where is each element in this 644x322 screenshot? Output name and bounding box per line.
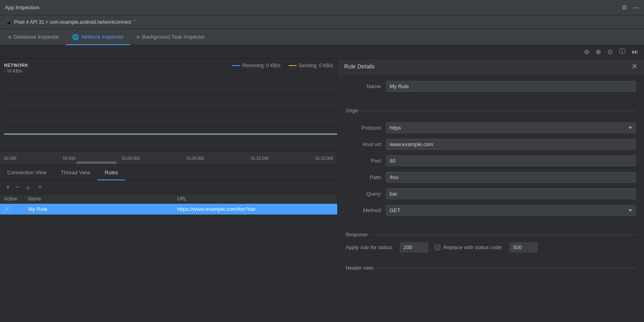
query-row: Query: (346, 188, 636, 199)
add-rule-button[interactable]: + (4, 183, 12, 192)
response-divider-line (372, 235, 636, 235)
background-icon: ≡ (136, 34, 140, 40)
tab-database[interactable]: ≡ Database Inspector (2, 29, 66, 45)
remove-rule-button[interactable]: − (13, 183, 21, 192)
host-url-row: Host url: (346, 139, 636, 150)
database-icon: ≡ (8, 34, 11, 40)
info-button[interactable]: ⓘ (617, 47, 627, 57)
network-subtitle: - 10 KB/s (4, 68, 337, 73)
port-input[interactable] (386, 155, 636, 166)
zoom-in-button[interactable]: ⊕ (594, 47, 603, 56)
rules-table: Active Name URL ✓ My Rule https://www.ex… (0, 194, 337, 322)
query-label: Query: (346, 191, 382, 197)
path-label: Path: (346, 174, 382, 180)
col-header-active: Active (4, 196, 28, 202)
tab-bar: ≡ Database Inspector 🌐 Network Inspector… (0, 29, 644, 45)
protocol-select[interactable]: https http (386, 122, 636, 133)
device-bar: 📱 Pixel 4 API 31 > com.example.android.n… (0, 15, 644, 29)
minimize-icon[interactable]: — (633, 4, 639, 11)
settings-icon[interactable]: ⚙ (621, 4, 627, 11)
apply-rule-label: Apply rule for status: (346, 244, 394, 250)
sub-tab-rules-label: Rules (105, 169, 118, 175)
tab-background-label: Background Task Inspector (142, 34, 205, 40)
sending-label: Sending: 0 KB/s (299, 63, 333, 68)
timeline-label-3: 01:05.000 (186, 156, 204, 161)
col-header-name: Name (28, 196, 177, 202)
origin-section: Protocol: https http Host url: Port: Pat… (338, 116, 644, 228)
rule-details-header: Rule Details ✕ (338, 59, 644, 74)
method-row: Method: GET POST PUT DELETE PATCH (346, 205, 636, 216)
tab-database-label: Database Inspector (14, 34, 59, 40)
header-rules-label: Header rules (346, 265, 374, 271)
origin-divider: Origin (338, 104, 644, 116)
replace-checkbox-container: Replace with status code: (435, 244, 503, 250)
name-input[interactable] (386, 81, 636, 92)
zoom-out-button[interactable]: ⊖ (582, 47, 591, 56)
rule-details-title: Rule Details (344, 63, 374, 70)
active-checkbox[interactable]: ✓ (4, 206, 10, 212)
method-select[interactable]: GET POST PUT DELETE PATCH (386, 205, 636, 216)
network-icon: 🌐 (72, 34, 79, 40)
name-row: Name: (346, 81, 636, 92)
row-active: ✓ (4, 206, 28, 212)
move-down-button[interactable]: ▼ (35, 183, 45, 192)
close-rule-details-button[interactable]: ✕ (632, 63, 638, 70)
toolbar: ⊖ ⊕ ⊙ ⓘ ⏭ (0, 45, 644, 59)
timeline-label-1: 55.000 (63, 156, 75, 161)
sub-tab-thread[interactable]: Thread View (54, 165, 97, 180)
sub-tab-bar: Connection View Thread View Rules (0, 165, 337, 180)
device-chevron[interactable]: ˅ (134, 19, 136, 25)
replace-status-input[interactable] (510, 242, 538, 252)
query-input[interactable] (386, 188, 636, 199)
timeline-label-5: 01:15.000 (315, 156, 333, 161)
path-input[interactable] (386, 172, 636, 183)
network-chart-svg (4, 73, 337, 138)
sub-tab-thread-label: Thread View (61, 169, 90, 175)
header-rules-divider: Header rules (338, 261, 644, 273)
move-up-button[interactable]: ▲ (23, 183, 33, 192)
tab-network-label: Network Inspector (81, 34, 124, 40)
row-url: https://www.example.com/foo?bar (177, 206, 333, 212)
rules-header: Active Name URL (0, 194, 337, 204)
col-header-url: URL (177, 196, 333, 202)
main-content: NETWORK - 10 KB/s Receiving: 0 KB/s Send… (0, 59, 644, 322)
method-label: Method: (346, 207, 382, 213)
app-title: App Inspection (5, 4, 39, 10)
tab-background[interactable]: ≡ Background Task Inspector (130, 29, 212, 45)
timeline-slider[interactable] (76, 161, 117, 164)
replace-checkbox[interactable] (435, 245, 440, 250)
header-rules-divider-line (378, 268, 636, 268)
response-label: Response (346, 232, 367, 237)
port-label: Port: (346, 158, 382, 164)
protocol-row: Protocol: https http (346, 122, 636, 133)
left-panel: NETWORK - 10 KB/s Receiving: 0 KB/s Send… (0, 59, 338, 322)
replace-label: Replace with status code: (444, 244, 503, 250)
origin-divider-line (363, 111, 636, 111)
receiving-line (232, 65, 240, 66)
row-name: My Rule (28, 206, 177, 212)
response-divider: Response (338, 228, 644, 240)
network-chart: NETWORK - 10 KB/s Receiving: 0 KB/s Send… (0, 59, 337, 151)
tab-network[interactable]: 🌐 Network Inspector (66, 29, 130, 45)
device-icon: 📱 (6, 19, 12, 25)
protocol-label: Protocol: (346, 125, 382, 131)
apply-rule-input[interactable] (400, 242, 428, 252)
right-panel: Rule Details ✕ Name: Origin Protocol: ht… (338, 59, 644, 322)
response-row: Apply rule for status: Replace with stat… (338, 240, 644, 255)
port-row: Port: (346, 155, 636, 166)
device-text[interactable]: Pixel 4 API 31 > com.example.android.net… (14, 19, 131, 25)
skip-to-end-button[interactable]: ⏭ (630, 47, 640, 56)
chart-legend: Receiving: 0 KB/s Sending: 0 KB/s (232, 63, 333, 68)
sub-tab-connection[interactable]: Connection View (0, 165, 54, 180)
reset-button[interactable]: ⊙ (606, 47, 614, 56)
host-url-label: Host url: (346, 141, 382, 147)
timeline-label-4: 01:10.000 (251, 156, 269, 161)
title-bar-right: ⚙ — (621, 4, 639, 11)
origin-label: Origin (346, 108, 359, 114)
sub-tab-rules[interactable]: Rules (97, 165, 125, 180)
host-url-input[interactable] (386, 139, 636, 150)
rules-toolbar: + − ▲ ▼ (0, 180, 337, 194)
table-row[interactable]: ✓ My Rule https://www.example.com/foo?ba… (0, 204, 337, 215)
timeline-label-0: 50.000 (4, 156, 17, 161)
receiving-label: Receiving: 0 KB/s (242, 63, 281, 68)
